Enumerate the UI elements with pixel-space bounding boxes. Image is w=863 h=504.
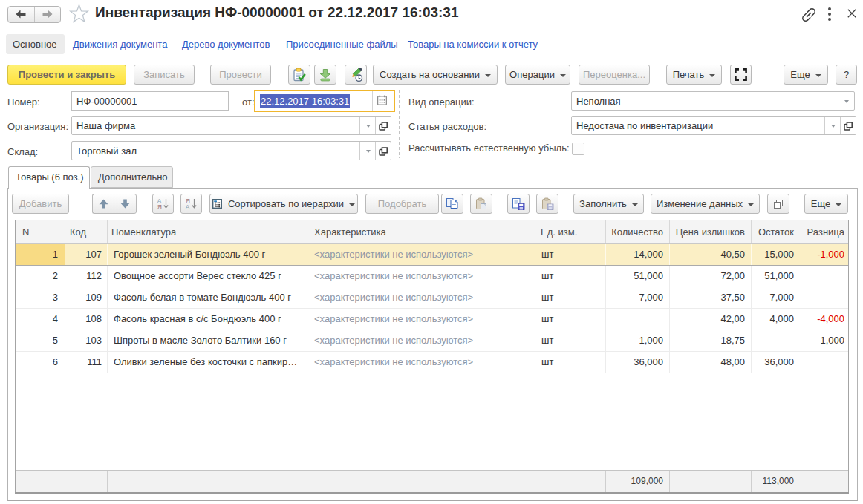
svg-text:Я: Я bbox=[157, 203, 163, 210]
svg-text:А: А bbox=[186, 203, 190, 210]
